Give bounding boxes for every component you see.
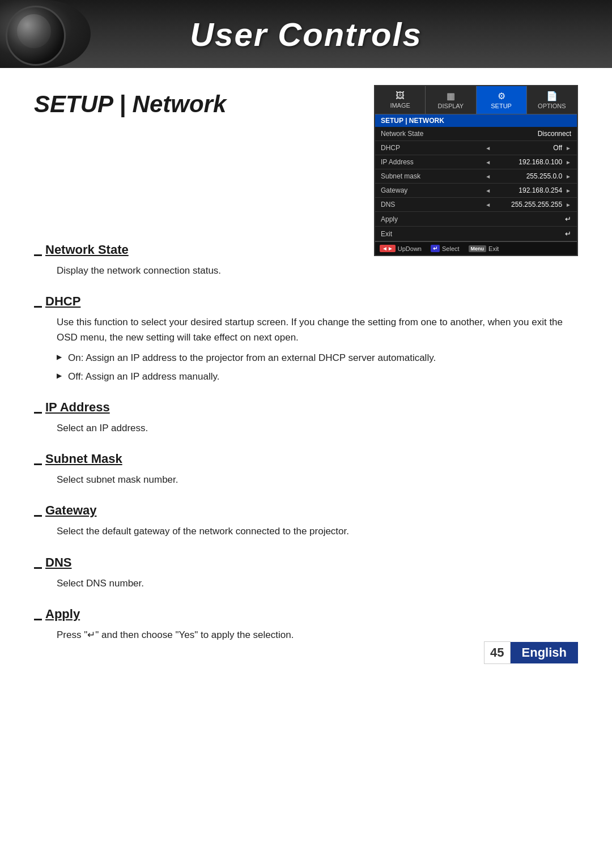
- help-text-ip-address: Select an IP address.: [34, 420, 578, 436]
- osd-row-subnet-value: 255.255.0.0: [494, 172, 562, 180]
- osd-left-arrow-dhcp: ◄: [485, 145, 491, 151]
- osd-row-gateway[interactable]: Gateway ◄ 192.168.0.254 ►: [375, 184, 577, 198]
- osd-left-arrow-gateway: ◄: [485, 188, 491, 194]
- help-gateway: Gateway Select the default gateway of th…: [34, 503, 578, 539]
- osd-right-arrow-dhcp: ►: [566, 145, 571, 151]
- page-language: English: [511, 642, 578, 663]
- osd-panel: 🖼 IMAGE ▦ DISPLAY ⚙ SETUP 📄 OPTIONS SETU…: [374, 85, 578, 256]
- help-heading-dhcp: DHCP: [34, 294, 578, 309]
- osd-tab-setup[interactable]: ⚙ SETUP: [477, 86, 527, 114]
- osd-row-gateway-label: Gateway: [381, 186, 485, 194]
- help-bullet-dhcp-on: On: Assign an IP address to the projecto…: [34, 350, 578, 365]
- osd-row-network-state[interactable]: Network State Disconnect: [375, 127, 577, 141]
- osd-row-dhcp-label: DHCP: [381, 144, 485, 152]
- help-heading-ip-address: IP Address: [34, 400, 578, 415]
- osd-row-dns[interactable]: DNS ◄ 255.255.255.255 ►: [375, 198, 577, 212]
- help-heading-gateway: Gateway: [34, 503, 578, 518]
- osd-tab-setup-label: SETUP: [491, 103, 512, 109]
- help-heading-subnet-mask: Subnet Mask: [34, 452, 578, 466]
- page-number: 45: [484, 641, 510, 664]
- help-sections: Network State Display the network connec…: [34, 242, 578, 643]
- osd-row-network-state-label: Network State: [381, 130, 503, 138]
- osd-row-subnet-label: Subnet mask: [381, 172, 485, 180]
- image-tab-icon: 🖼: [377, 91, 423, 101]
- help-network-state: Network State Display the network connec…: [34, 242, 578, 278]
- help-bullet-dhcp-off: Off: Assign an IP address manually.: [34, 369, 578, 384]
- osd-row-ip-address[interactable]: IP Address ◄ 192.168.0.100 ►: [375, 155, 577, 169]
- osd-row-network-state-value: Disconnect: [503, 130, 571, 138]
- help-dhcp: DHCP Use this function to select your de…: [34, 294, 578, 384]
- osd-row-apply-label: Apply: [381, 215, 503, 223]
- osd-tab-options[interactable]: 📄 OPTIONS: [527, 86, 577, 114]
- lens-decoration: [0, 0, 91, 68]
- help-text-subnet-mask: Select subnet mask number.: [34, 472, 578, 487]
- help-heading-dns: DNS: [34, 555, 578, 570]
- osd-left-arrow-ip: ◄: [485, 159, 491, 165]
- osd-row-apply-value: ↵: [503, 215, 571, 223]
- osd-row-dhcp-value: Off: [494, 144, 562, 152]
- osd-tab-image-label: IMAGE: [390, 102, 410, 109]
- osd-tab-display[interactable]: ▦ DISPLAY: [426, 86, 476, 114]
- help-text-gateway: Select the default gateway of the networ…: [34, 524, 578, 539]
- osd-row-dhcp[interactable]: DHCP ◄ Off ►: [375, 141, 577, 155]
- osd-tab-bar: 🖼 IMAGE ▦ DISPLAY ⚙ SETUP 📄 OPTIONS: [375, 86, 577, 114]
- display-tab-icon: ▦: [428, 91, 473, 101]
- osd-right-arrow-subnet: ►: [566, 173, 571, 180]
- help-apply: Apply Press "↵" and then choose "Yes" to…: [34, 607, 578, 643]
- osd-row-ip-value: 192.168.0.100: [494, 158, 562, 166]
- help-heading-network-state: Network State: [34, 242, 578, 257]
- osd-right-arrow-ip: ►: [566, 159, 571, 165]
- osd-left-arrow-subnet: ◄: [485, 173, 491, 180]
- osd-tab-display-label: DISPLAY: [438, 103, 464, 109]
- osd-tab-image[interactable]: 🖼 IMAGE: [375, 86, 426, 114]
- page-header: User Controls: [0, 0, 612, 68]
- options-tab-icon: 📄: [529, 91, 575, 101]
- help-heading-apply: Apply: [34, 607, 578, 622]
- help-ip-address: IP Address Select an IP address.: [34, 400, 578, 436]
- osd-row-ip-label: IP Address: [381, 158, 485, 166]
- osd-row-dns-label: DNS: [381, 201, 485, 209]
- help-text-apply: Press "↵" and then choose "Yes" to apply…: [34, 627, 578, 643]
- osd-breadcrumb: SETUP | NETWORK: [375, 114, 577, 127]
- help-dns: DNS Select DNS number.: [34, 555, 578, 591]
- help-text-network-state: Display the network connection status.: [34, 263, 578, 278]
- osd-row-gateway-value: 192.168.0.254: [494, 186, 562, 194]
- osd-left-arrow-dns: ◄: [485, 202, 491, 208]
- osd-row-exit[interactable]: Exit ↵: [375, 227, 577, 241]
- osd-row-subnet-mask[interactable]: Subnet mask ◄ 255.255.0.0 ►: [375, 169, 577, 184]
- osd-right-arrow-gateway: ►: [566, 188, 571, 194]
- osd-row-dns-value: 255.255.255.255: [494, 201, 562, 209]
- osd-tab-options-label: OPTIONS: [538, 103, 566, 109]
- page-title: User Controls: [190, 15, 422, 53]
- osd-row-exit-label: Exit: [381, 230, 503, 238]
- help-subnet-mask: Subnet Mask Select subnet mask number.: [34, 452, 578, 487]
- osd-row-apply[interactable]: Apply ↵: [375, 212, 577, 227]
- help-text-dns: Select DNS number.: [34, 576, 578, 591]
- osd-right-arrow-dns: ►: [566, 202, 571, 208]
- help-text-dhcp: Use this function to select your desired…: [34, 314, 578, 345]
- setup-tab-icon: ⚙: [479, 91, 524, 101]
- page-footer: 45 English: [484, 641, 578, 664]
- main-content: SETUP | Network 🖼 IMAGE ▦ DISPLAY ⚙ SETU…: [0, 68, 612, 681]
- osd-row-exit-value: ↵: [503, 229, 571, 238]
